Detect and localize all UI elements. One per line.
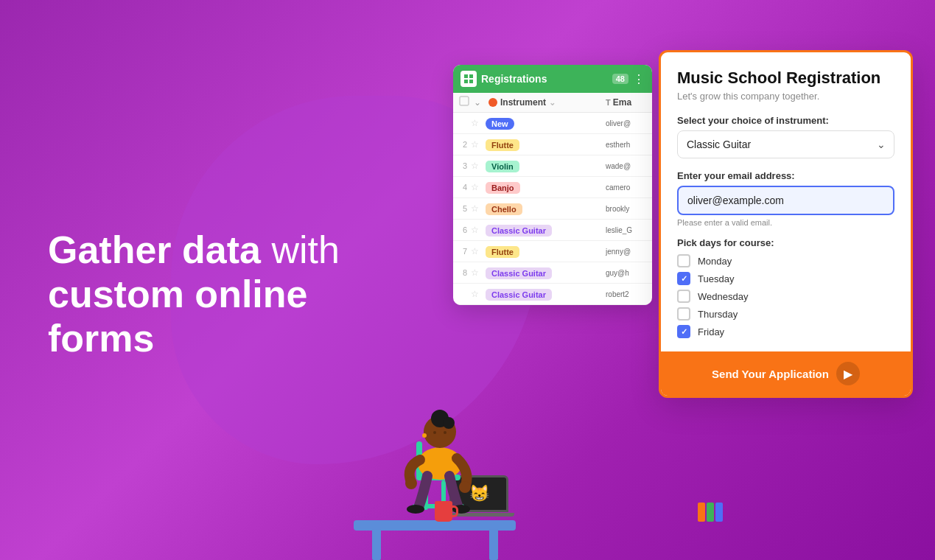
- row-star-icon[interactable]: ☆: [471, 289, 486, 299]
- row-star-icon[interactable]: ☆: [471, 267, 486, 278]
- day-name: Friday: [698, 326, 724, 337]
- desk-leg-left: [372, 529, 381, 560]
- badge-label: Banjo: [486, 182, 520, 194]
- row-star-icon[interactable]: ☆: [471, 118, 486, 128]
- table-rows: ☆ New oliver@ 2 ☆ Flutte estherh 3 ☆ Vio…: [453, 113, 652, 305]
- book-2: [707, 503, 714, 522]
- svg-point-15: [444, 431, 447, 434]
- table-row: 6 ☆ Classic Guitar leslie_G: [453, 220, 652, 241]
- day-item: Friday: [677, 325, 894, 338]
- day-item: Tuesday: [677, 272, 894, 285]
- badge-label: New: [486, 118, 514, 130]
- row-email: brookly: [606, 205, 646, 213]
- books: [698, 503, 723, 522]
- row-email: wade@: [606, 162, 646, 170]
- day-name: Wednesday: [698, 291, 748, 302]
- book-3: [715, 503, 723, 522]
- form-title: Music School Registration: [677, 69, 894, 88]
- row-badge: Violin: [486, 159, 606, 172]
- svg-rect-1: [469, 74, 473, 78]
- day-name: Tuesday: [698, 273, 734, 284]
- day-item: Thursday: [677, 307, 894, 321]
- table-title: Registrations: [481, 73, 608, 85]
- row-badge: Classic Guitar: [486, 223, 606, 237]
- row-star-icon[interactable]: ☆: [471, 203, 486, 214]
- book-1: [698, 503, 705, 522]
- badge-label: Violin: [486, 161, 519, 172]
- row-email: jenny@: [606, 248, 646, 256]
- row-star-icon[interactable]: ☆: [471, 182, 486, 192]
- form-panel: Music School Registration Let's grow thi…: [659, 50, 913, 398]
- table-row: 2 ☆ Flutte estherh: [453, 134, 652, 155]
- hero-line2: custom online forms: [48, 273, 307, 360]
- row-badge: Classic Guitar: [486, 287, 606, 301]
- table-grid-icon: [461, 71, 477, 87]
- instrument-select-wrapper: Classic Guitar Violin Flutte Banjo Chell…: [677, 130, 894, 158]
- day-checkbox[interactable]: [677, 254, 690, 267]
- day-item: Monday: [677, 254, 894, 267]
- col-arrow: ⌄: [474, 97, 488, 108]
- days-list: Monday Tuesday Wednesday Thursday Friday: [677, 254, 894, 338]
- table-row: ☆ New oliver@: [453, 113, 652, 134]
- svg-point-18: [459, 481, 471, 493]
- day-name: Thursday: [698, 309, 738, 320]
- form-subtitle: Let's grow this company together.: [677, 91, 894, 102]
- row-badge: Classic Guitar: [486, 266, 606, 279]
- row-star-icon[interactable]: ☆: [471, 139, 486, 150]
- badge-label: Flutte: [486, 246, 519, 258]
- row-star-icon[interactable]: ☆: [471, 225, 486, 235]
- badge-label: Classic Guitar: [486, 289, 552, 301]
- email-input[interactable]: [677, 186, 894, 215]
- row-number: 2: [459, 140, 471, 149]
- table-row: ☆ Classic Guitar robert2: [453, 284, 652, 305]
- svg-rect-4: [460, 97, 469, 105]
- table-header: Registrations 48 ⋮: [453, 65, 652, 93]
- badge-label: Flutte: [486, 139, 519, 151]
- table-col-headers: ⌄ Instrument ⌄ T Ema: [453, 93, 652, 113]
- table-row: 7 ☆ Flutte jenny@: [453, 241, 652, 262]
- row-number: 7: [459, 247, 471, 256]
- svg-point-19: [407, 505, 424, 514]
- days-label: Pick days for course:: [677, 237, 894, 248]
- row-number: 5: [459, 204, 471, 213]
- svg-point-16: [422, 433, 427, 438]
- table-row: 3 ☆ Violin wade@: [453, 155, 652, 177]
- mug: [435, 501, 452, 522]
- row-badge: Flutte: [486, 138, 606, 151]
- badge-label: Classic Guitar: [486, 225, 552, 237]
- email-label: Enter your email address:: [677, 170, 894, 181]
- row-email: oliver@: [606, 119, 646, 127]
- row-number: 8: [459, 268, 471, 277]
- instrument-dot-icon: [488, 98, 497, 107]
- submit-button[interactable]: Send Your Application ▶: [661, 351, 911, 396]
- svg-point-14: [433, 431, 436, 434]
- row-badge: Flutte: [486, 245, 606, 258]
- row-badge: Banjo: [486, 181, 606, 194]
- col-checkbox: [459, 96, 474, 109]
- form-body: Music School Registration Let's grow thi…: [661, 52, 911, 338]
- row-email: robert2: [606, 290, 646, 298]
- row-star-icon[interactable]: ☆: [471, 246, 486, 256]
- row-email: leslie_G: [606, 226, 646, 234]
- day-checkbox[interactable]: [677, 325, 690, 338]
- hero-bold: Gather data: [48, 228, 261, 271]
- instrument-label: Select your choice of instrument:: [677, 115, 894, 126]
- row-number: 4: [459, 183, 471, 192]
- svg-point-13: [443, 417, 455, 429]
- row-email: guy@h: [606, 269, 646, 277]
- row-star-icon[interactable]: ☆: [471, 161, 486, 171]
- table-count: 48: [612, 74, 628, 84]
- day-checkbox[interactable]: [677, 307, 690, 321]
- day-checkbox[interactable]: [677, 272, 690, 285]
- col-instrument-header: Instrument ⌄: [488, 97, 606, 108]
- person-illustration: [376, 371, 494, 522]
- table-menu-icon[interactable]: ⋮: [633, 72, 645, 86]
- submit-label: Send Your Application: [712, 368, 829, 380]
- table-row: 5 ☆ Chello brookly: [453, 198, 652, 220]
- table-panel: Registrations 48 ⋮ ⌄ Instrument ⌄ T Ema …: [453, 65, 652, 305]
- svg-rect-0: [464, 74, 468, 78]
- hero-section: Gather data with custom online forms: [48, 228, 357, 360]
- instrument-select[interactable]: Classic Guitar Violin Flutte Banjo Chell…: [677, 130, 894, 158]
- row-badge: Chello: [486, 202, 606, 215]
- day-checkbox[interactable]: [677, 290, 690, 303]
